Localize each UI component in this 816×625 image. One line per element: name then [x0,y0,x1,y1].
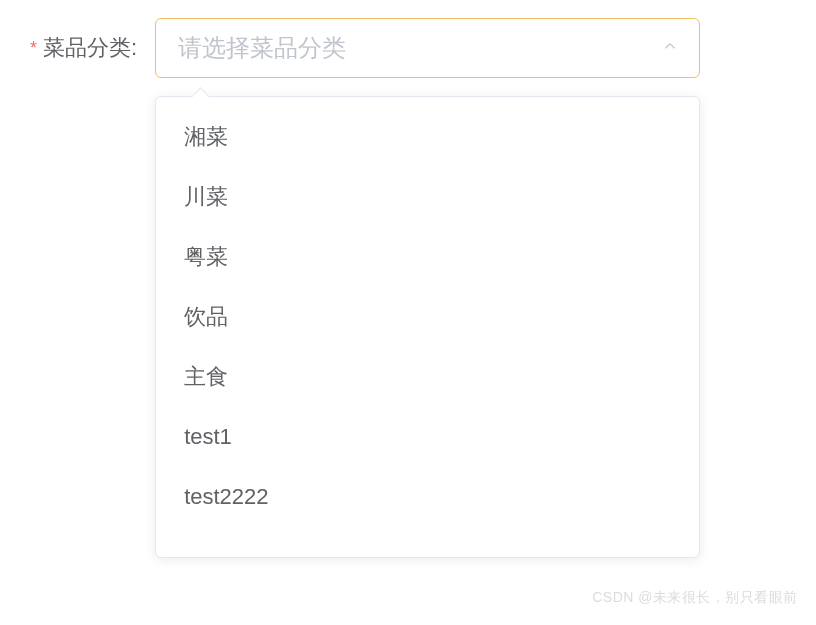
required-mark: * [30,38,37,59]
watermark: CSDN @未来很长，别只看眼前 [592,589,798,607]
chevron-up-icon [661,37,679,59]
field-label: 菜品分类: [43,33,137,63]
dropdown-option[interactable]: 粤菜 [156,227,699,287]
form-row: * 菜品分类: 请选择菜品分类 湘菜 川菜 粤菜 饮品 主食 test1 tes… [0,0,816,78]
dropdown-option[interactable]: 主食 [156,347,699,407]
dropdown-panel: 湘菜 川菜 粤菜 饮品 主食 test1 test2222 [155,96,700,558]
select-wrapper: 请选择菜品分类 湘菜 川菜 粤菜 饮品 主食 test1 test2222 [155,18,700,78]
category-select[interactable]: 请选择菜品分类 [155,18,700,78]
dropdown-option[interactable]: test2222 [156,467,699,527]
label-wrap: * 菜品分类: [30,18,155,78]
dropdown-option[interactable]: 湘菜 [156,107,699,167]
dropdown-option[interactable]: 饮品 [156,287,699,347]
select-placeholder: 请选择菜品分类 [178,32,677,64]
dropdown-option[interactable]: 川菜 [156,167,699,227]
dropdown-option[interactable]: test1 [156,407,699,467]
